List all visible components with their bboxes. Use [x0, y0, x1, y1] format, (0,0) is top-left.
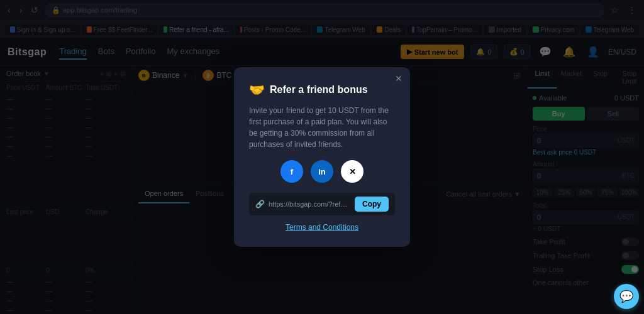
copy-button[interactable]: Copy — [355, 197, 389, 212]
modal-header: 🤝 Refer a friend bonus — [249, 82, 395, 97]
chat-support-button[interactable]: 💬 — [614, 284, 639, 309]
modal-body: Invite your friend to get 10 USDT from t… — [249, 105, 395, 150]
terms-link[interactable]: Terms and Conditions — [249, 223, 395, 232]
referral-url-text: https://bitsgap.com/?ref=38c4b7 — [269, 200, 351, 208]
referral-url-row: 🔗 https://bitsgap.com/?ref=38c4b7 Copy — [249, 193, 395, 215]
modal-overlay[interactable]: ✕ 🤝 Refer a friend bonus Invite your fri… — [0, 0, 644, 314]
refer-friend-modal: ✕ 🤝 Refer a friend bonus Invite your fri… — [234, 67, 410, 247]
x-share-button[interactable]: ✕ — [341, 160, 364, 183]
facebook-share-button[interactable]: f — [280, 160, 303, 183]
handshake-icon: 🤝 — [249, 82, 265, 97]
linkedin-share-button[interactable]: in — [311, 160, 333, 183]
modal-close-button[interactable]: ✕ — [395, 73, 402, 84]
chat-icon: 💬 — [619, 290, 633, 303]
link-icon: 🔗 — [255, 200, 265, 208]
social-row: f in ✕ — [249, 160, 395, 183]
modal-title: Refer a friend bonus — [270, 84, 368, 95]
